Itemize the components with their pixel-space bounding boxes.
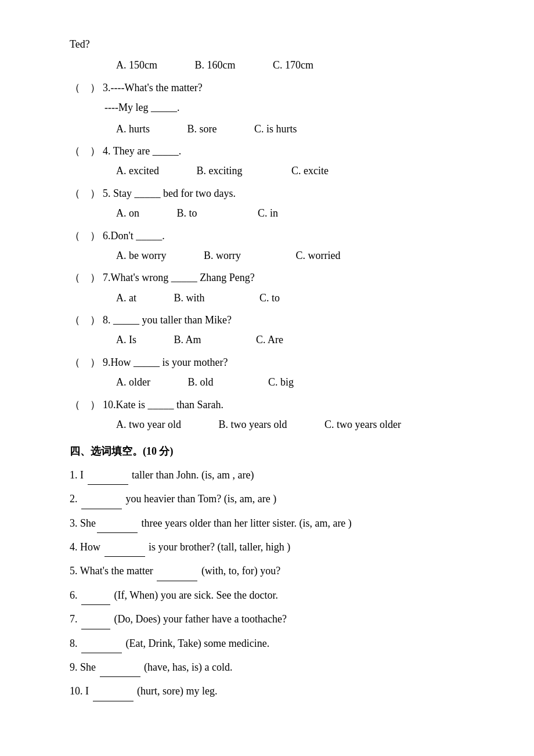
q3-choice-c: C. is hurts: [254, 120, 297, 138]
q10-bracket-line: （ ） 10.Kate is _____ than Sarah.: [70, 395, 488, 414]
q3-bracket-line: （ ） 3.----What's the matter?: [70, 78, 488, 97]
blank-8: [81, 634, 122, 653]
q8-stem-text: 8. _____ you taller than Mike?: [103, 311, 232, 329]
question-9: （ ） 9.How _____ is your mother? A. older…: [70, 353, 488, 392]
blank-10: [93, 682, 134, 701]
q3-close-bracket: ）: [90, 78, 100, 97]
blank-7: [81, 610, 110, 629]
q6-close-bracket: ）: [90, 226, 100, 245]
choice-160: B. 160cm: [195, 56, 236, 74]
blank-5: [157, 561, 197, 581]
q3-space: [82, 78, 88, 97]
q10-choice-c: C. two years older: [324, 415, 401, 434]
q8-open-bracket: （: [70, 311, 80, 329]
fill-item-10: 10. I (hurt, sore) my leg.: [70, 682, 488, 701]
blank-4: [104, 538, 145, 557]
q8-close-bracket: ）: [90, 311, 100, 329]
q5-choices: A. on B. to C. in: [116, 204, 488, 222]
q3-stem-text: 3.----What's the matter?: [103, 78, 203, 97]
intro-line: Ted?: [70, 35, 488, 53]
q4-choice-b: B. exciting: [196, 161, 242, 180]
q9-space: [82, 353, 88, 372]
q9-choice-b: B. old: [187, 373, 213, 391]
question-3: （ ） 3.----What's the matter? ----My leg …: [70, 78, 488, 138]
q8-choice-b: B. Am: [174, 330, 201, 349]
q3-open-bracket: （: [70, 78, 80, 97]
q9-stem-text: 9.How _____ is your mother?: [103, 353, 228, 372]
q4-space: [82, 142, 88, 160]
blank-2: [81, 489, 122, 509]
fill-item-9: 9. She (have, has, is) a cold.: [70, 658, 488, 677]
question-7: （ ） 7.What's wrong _____ Zhang Peng? A. …: [70, 268, 488, 307]
q10-space: [82, 395, 88, 414]
page-content: Ted? A. 150cm B. 160cm C. 170cm （ ） 3.--…: [70, 35, 488, 701]
fill-item-5: 5. What's the matter (with, to, for) you…: [70, 561, 488, 581]
question-10: （ ） 10.Kate is _____ than Sarah. A. two …: [70, 395, 488, 434]
q6-choice-c: C. worried: [295, 246, 340, 265]
q10-open-bracket: （: [70, 395, 80, 414]
q7-space: [82, 268, 88, 287]
q5-bracket-line: （ ） 5. Stay _____ bed for two days.: [70, 184, 488, 203]
q10-stem-text: 10.Kate is _____ than Sarah.: [103, 395, 223, 414]
q7-bracket-line: （ ） 7.What's wrong _____ Zhang Peng?: [70, 268, 488, 287]
q7-choices: A. at B. with C. to: [116, 289, 488, 307]
q7-choice-a: A. at: [116, 289, 136, 307]
fill-item-6: 6. (If, When) you are sick. See the doct…: [70, 586, 488, 605]
blank-9: [100, 658, 140, 677]
choice-150: A. 150cm: [116, 56, 157, 74]
q4-choice-a: A. excited: [116, 161, 159, 180]
q5-choice-c: C. in: [258, 204, 278, 222]
q5-open-bracket: （: [70, 184, 80, 203]
q8-choice-a: A. Is: [116, 330, 136, 349]
section-4: 四、选词填空。(10 分) 1. I taller than John. (is…: [70, 442, 488, 701]
q9-bracket-line: （ ） 9.How _____ is your mother?: [70, 353, 488, 372]
q5-space: [82, 184, 88, 203]
q6-choice-a: A. be worry: [116, 246, 166, 265]
fill-item-2: 2. you heavier than Tom? (is, am, are ): [70, 489, 488, 509]
q8-choices: A. Is B. Am C. Are: [116, 330, 488, 349]
q6-space: [82, 226, 88, 245]
q9-choice-c: C. big: [268, 373, 294, 391]
q7-choice-c: C. to: [259, 289, 280, 307]
q10-choices: A. two year old B. two years old C. two …: [116, 415, 488, 434]
q8-space: [82, 311, 88, 329]
q6-choices: A. be worry B. worry C. worried: [116, 246, 488, 265]
q4-close-bracket: ）: [90, 142, 100, 160]
q4-stem-text: 4. They are _____.: [103, 142, 181, 160]
fill-item-3: 3. She three years older than her litter…: [70, 514, 488, 533]
section4-title: 四、选词填空。(10 分): [70, 442, 488, 460]
q8-choice-c: C. Are: [256, 330, 283, 349]
q6-open-bracket: （: [70, 226, 80, 245]
q4-choice-c: C. excite: [291, 161, 329, 180]
q6-stem-text: 6.Don't _____.: [103, 226, 165, 245]
q9-choices: A. older B. old C. big: [116, 373, 488, 391]
question-8: （ ） 8. _____ you taller than Mike? A. Is…: [70, 311, 488, 350]
height-choices: A. 150cm B. 160cm C. 170cm: [116, 56, 488, 74]
q9-close-bracket: ）: [90, 353, 100, 372]
blank-6: [81, 586, 110, 605]
blank-1: [88, 466, 128, 485]
q7-close-bracket: ）: [90, 268, 100, 287]
blank-3: [97, 514, 138, 533]
q5-choice-b: B. to: [177, 204, 197, 222]
q6-choice-b: B. worry: [204, 246, 241, 265]
choice-170: C. 170cm: [273, 56, 313, 74]
q5-close-bracket: ）: [90, 184, 100, 203]
q5-stem-text: 5. Stay _____ bed for two days.: [103, 184, 236, 203]
q8-bracket-line: （ ） 8. _____ you taller than Mike?: [70, 311, 488, 329]
question-5: （ ） 5. Stay _____ bed for two days. A. o…: [70, 184, 488, 223]
fill-item-4: 4. How is your brother? (tall, taller, h…: [70, 538, 488, 557]
question-6: （ ） 6.Don't _____. A. be worry B. worry …: [70, 226, 488, 265]
fill-item-7: 7. (Do, Does) your father have a toothac…: [70, 610, 488, 629]
q10-close-bracket: ）: [90, 395, 100, 414]
q7-open-bracket: （: [70, 268, 80, 287]
q3-choices: A. hurts B. sore C. is hurts: [116, 120, 488, 138]
q5-choice-a: A. on: [116, 204, 139, 222]
q4-bracket-line: （ ） 4. They are _____.: [70, 142, 488, 160]
q3-choice-a: A. hurts: [116, 120, 150, 138]
q4-open-bracket: （: [70, 142, 80, 160]
question-4: （ ） 4. They are _____. A. excited B. exc…: [70, 142, 488, 181]
fill-item-1: 1. I taller than John. (is, am , are): [70, 466, 488, 485]
q7-choice-b: B. with: [174, 289, 205, 307]
q9-open-bracket: （: [70, 353, 80, 372]
